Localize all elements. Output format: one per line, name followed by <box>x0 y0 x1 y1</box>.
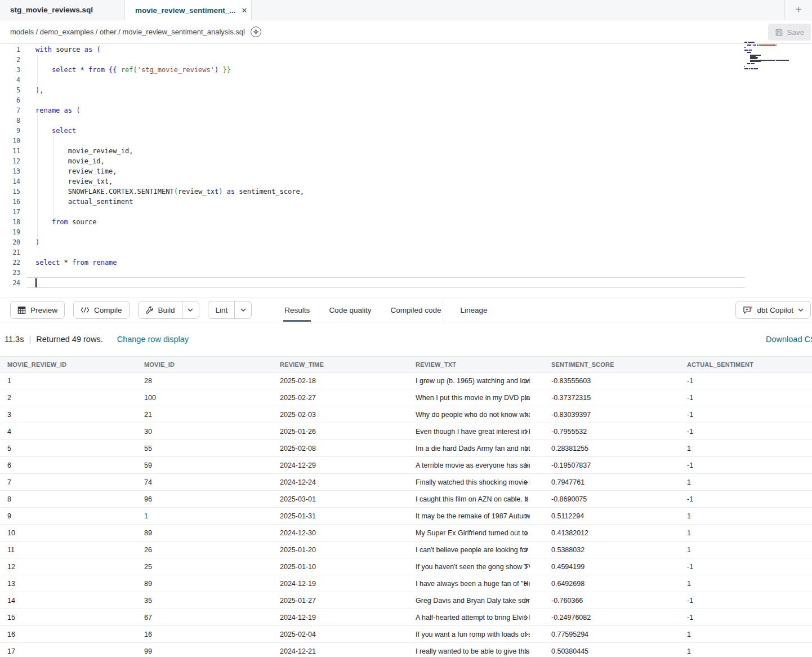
line-number: 8 <box>0 116 20 126</box>
code-text <box>20 227 35 237</box>
query-status-bar: 11.3s | Returned 49 rows. Change row dis… <box>0 322 812 356</box>
results-tab-code-quality[interactable]: Code quality <box>328 298 372 322</box>
cell-movie_review_id: 12 <box>0 563 137 571</box>
lint-dropdown-button[interactable] <box>234 301 251 318</box>
code-line: 16 actual_sentiment <box>0 197 812 207</box>
table-row: 5552025-02-08Im a die hard Dads Army fan… <box>0 440 812 457</box>
build-label[interactable]: Build <box>154 306 182 314</box>
code-text: select * from {{ ref('stg_movie_reviews'… <box>20 65 231 75</box>
cell-actual_sentiment: -1 <box>680 428 812 436</box>
expand-cell-button[interactable] <box>524 378 528 384</box>
lint-split-button: Lint <box>208 301 252 319</box>
cell-actual_sentiment: -1 <box>680 563 812 571</box>
cell-sentiment_score: -0.83039397 <box>544 411 680 419</box>
cell-movie_id: 96 <box>137 495 273 503</box>
tab-label: movie_review_sentiment_... <box>135 6 236 15</box>
expand-cell-button[interactable] <box>524 463 528 468</box>
results-tab-compiled-code[interactable]: Compiled code <box>389 298 442 322</box>
cell-movie_review_id: 10 <box>0 529 137 537</box>
expand-cell-button[interactable] <box>524 649 528 654</box>
breadcrumb-bar: models / demo_examples / other / movie_r… <box>0 20 812 44</box>
cell-review_txt: If you want a fun romp with loads of s… <box>408 631 544 638</box>
table-row: 10892024-12-30My Super Ex Girlfriend tur… <box>0 525 812 541</box>
review-text: Im a die hard Dads Army fan and nothi… <box>416 445 530 452</box>
indent-guide <box>37 55 38 85</box>
cell-review_time: 2025-01-26 <box>273 428 408 436</box>
chevron-down-icon <box>188 308 193 312</box>
review-text: I grew up (b. 1965) watching and lovin… <box>416 377 530 385</box>
review-text: When I put this movie in my DVD playe… <box>416 394 530 402</box>
line-number: 4 <box>0 75 20 85</box>
line-number: 23 <box>0 268 20 278</box>
review-text: Finally watched this shocking movie la… <box>416 478 530 486</box>
cell-review_txt: Why do people who do not know what… <box>408 411 544 419</box>
cell-movie_review_id: 11 <box>0 546 137 554</box>
expand-cell-button[interactable] <box>524 496 528 502</box>
editor-minimap[interactable] <box>744 42 788 72</box>
cell-movie_id: 59 <box>137 461 273 469</box>
cell-review_txt: When I put this movie in my DVD playe… <box>408 394 544 402</box>
change-row-display-link[interactable]: Change row display <box>117 335 189 344</box>
close-icon[interactable]: ✕ <box>242 6 248 15</box>
code-text <box>20 268 35 278</box>
row-count-message: Returned 49 rows. <box>36 335 102 344</box>
cell-actual_sentiment: -1 <box>680 614 812 622</box>
expand-cell-button[interactable] <box>524 480 528 485</box>
cell-movie_id: 21 <box>137 411 273 419</box>
dbt-copilot-button[interactable]: dbt Copilot <box>735 301 811 319</box>
compile-button[interactable]: Compile <box>73 301 130 319</box>
code-text <box>20 116 35 126</box>
wrench-icon[interactable] <box>145 306 154 314</box>
preview-button[interactable]: Preview <box>10 301 65 319</box>
expand-cell-button[interactable] <box>524 446 528 451</box>
cell-movie_id: 26 <box>137 546 273 554</box>
review-text: If you want a fun romp with loads of s… <box>416 631 530 638</box>
results-tab-results[interactable]: Results <box>283 298 311 322</box>
expand-cell-button[interactable] <box>524 412 528 418</box>
expand-cell-button[interactable] <box>524 581 528 587</box>
review-text: If you haven't seen the gong show TV s… <box>416 563 530 571</box>
cell-review_time: 2025-01-27 <box>273 597 408 605</box>
review-text: It may be the remake of 1987 Autumn'… <box>416 512 530 520</box>
expand-cell-button[interactable] <box>524 615 528 620</box>
download-csv-link[interactable]: Download CSV <box>766 335 812 344</box>
expand-cell-button[interactable] <box>524 513 528 519</box>
chevron-right-icon <box>524 513 528 519</box>
line-number: 12 <box>0 156 20 166</box>
code-line: 5), <box>0 85 812 95</box>
sql-code-editor[interactable]: 1with source as (23 select * from {{ ref… <box>0 44 812 298</box>
tab-movie-review-sentiment-analysis[interactable]: movie_review_sentiment_... ✕ <box>125 0 252 20</box>
code-text <box>20 136 35 146</box>
expand-cell-button[interactable] <box>524 547 528 553</box>
expand-cell-button[interactable] <box>524 429 528 434</box>
code-text: review_txt, <box>20 176 113 187</box>
code-text <box>20 247 35 258</box>
line-number: 19 <box>0 227 20 237</box>
tab-stg-movie-reviews[interactable]: stg_movie_reviews.sql <box>0 0 125 20</box>
chevron-right-icon <box>524 564 528 570</box>
line-number: 9 <box>0 126 20 136</box>
cell-review_txt: I grew up (b. 1965) watching and lovin… <box>408 377 544 385</box>
save-button[interactable]: Save <box>768 24 811 41</box>
line-number: 13 <box>0 166 20 176</box>
results-tab-lineage[interactable]: Lineage <box>459 298 489 322</box>
cell-review_txt: Greg Davis and Bryan Daly take some … <box>408 597 544 605</box>
cell-movie_id: 89 <box>137 529 273 537</box>
copilot-badge-button[interactable] <box>251 26 261 37</box>
cell-review_time: 2025-01-10 <box>273 563 408 571</box>
new-tab-button[interactable]: + <box>784 0 812 20</box>
lint-label[interactable]: Lint <box>208 306 235 314</box>
build-dropdown-button[interactable] <box>182 301 199 318</box>
expand-cell-button[interactable] <box>524 564 528 570</box>
expand-cell-button[interactable] <box>524 632 528 637</box>
cell-review_time: 2025-02-18 <box>273 377 408 385</box>
cell-review_txt: A half-hearted attempt to bring Elvis P… <box>408 614 544 622</box>
cell-movie_id: 100 <box>137 394 273 402</box>
expand-cell-button[interactable] <box>524 598 528 603</box>
expand-cell-button[interactable] <box>524 395 528 401</box>
cell-actual_sentiment: 1 <box>680 546 812 554</box>
expand-cell-button[interactable] <box>524 530 528 536</box>
cell-movie_id: 16 <box>137 631 273 638</box>
indent-guide <box>53 136 54 217</box>
active-line-highlight <box>27 277 745 288</box>
